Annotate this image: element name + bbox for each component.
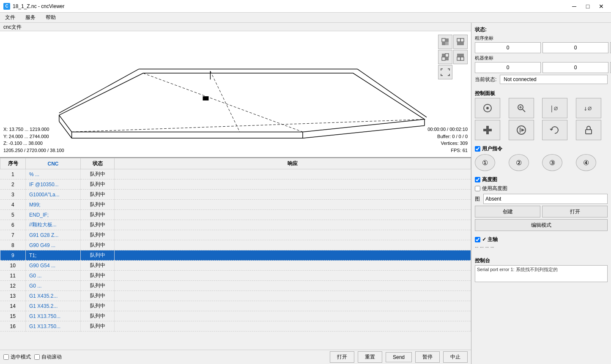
select-mode-checkbox-label[interactable]: 选中模式: [3, 353, 31, 361]
cnc-3d-view: [0, 31, 471, 157]
auto-scroll-checkbox[interactable]: [34, 354, 40, 360]
user-cmd-1-button[interactable]: ①: [475, 154, 495, 171]
table-row[interactable]: 5END_IF;队列中: [0, 210, 471, 220]
heightmap-checkbox[interactable]: [475, 177, 480, 182]
table-row[interactable]: 2IF @10350...队列中: [0, 179, 471, 190]
menu-service[interactable]: 服务: [24, 13, 37, 22]
user-cmd-2-button[interactable]: ②: [509, 154, 529, 171]
use-heightmap-row: 使用高度图: [475, 185, 608, 192]
maximize-button[interactable]: □: [581, 2, 594, 11]
svg-rect-28: [457, 54, 460, 57]
table-row[interactable]: 10G90 G54 ...队列中: [0, 261, 471, 271]
svg-text:|∅: |∅: [550, 104, 558, 112]
spindle-slider-row: ··· ··· ··· ···: [475, 245, 608, 250]
svg-rect-18: [442, 42, 445, 45]
fps-info: FPS: 61: [427, 147, 468, 154]
buffer-info: Buffer: 0 / 0 / 0: [427, 133, 468, 140]
program-coord-x[interactable]: [475, 42, 541, 53]
menu-file[interactable]: 文件: [3, 13, 17, 22]
stop-button[interactable]: 中止: [443, 351, 468, 363]
cell-response: [115, 301, 471, 311]
cell-cnc: G1 X13.750...: [26, 311, 81, 321]
user-cmd-title: 用户指令: [475, 145, 608, 152]
left-panel: cnc文件: [0, 23, 471, 364]
reset-button[interactable]: 重置: [358, 351, 382, 363]
cell-response: [115, 169, 471, 179]
ctrl-zero-button[interactable]: |∅: [542, 98, 567, 118]
viewer-controls: [438, 35, 468, 79]
viewer-info-left: X: 13.750 ... 1219.000 Y: 24.000 ... 274…: [3, 126, 64, 154]
cell-status: 队列中: [81, 321, 115, 331]
table-row[interactable]: 7G91 G28 Z...队列中: [0, 230, 471, 240]
heightmap-field-input[interactable]: [483, 194, 608, 204]
view-side-button[interactable]: [438, 50, 452, 64]
table-row[interactable]: 1% ...队列中: [0, 169, 471, 179]
table-row[interactable]: 11G0 ...队列中: [0, 271, 471, 281]
right-panel: 状态: 程序坐标 机器坐标 当前状态: Not connected: [471, 23, 611, 364]
user-cmd-4-button[interactable]: ④: [576, 154, 596, 171]
auto-scroll-checkbox-label[interactable]: 自动滚动: [34, 353, 62, 361]
ctrl-home-button[interactable]: [475, 98, 500, 118]
cell-status: 队列中: [81, 311, 115, 321]
user-cmd-3-button[interactable]: ③: [542, 154, 562, 171]
ctrl-cross-button[interactable]: [475, 120, 500, 140]
spindle-mark-4: ···: [490, 245, 494, 250]
cell-response: [115, 321, 471, 331]
cell-seq: 1: [0, 169, 26, 179]
edit-mode-button[interactable]: 编辑模式: [475, 219, 608, 231]
ctrl-run-button[interactable]: [509, 120, 534, 140]
table-row[interactable]: 14G1 X435.2...队列中: [0, 301, 471, 311]
cell-response: [115, 179, 471, 190]
close-button[interactable]: ✕: [595, 2, 608, 11]
console-area: Serial port error 1: 系统找不到列指定的: [475, 265, 608, 282]
select-mode-checkbox[interactable]: [3, 354, 9, 360]
table-row[interactable]: 15G1 X13.750...队列中: [0, 311, 471, 321]
cell-cnc: END_IF;: [26, 210, 81, 220]
svg-line-35: [523, 109, 525, 112]
open-button[interactable]: 打开: [330, 351, 354, 363]
current-state-value: Not connected: [500, 75, 608, 84]
menu-help[interactable]: 帮助: [44, 13, 58, 22]
machine-coord-y[interactable]: [543, 62, 608, 73]
pause-button[interactable]: 暂停: [415, 351, 440, 363]
machine-coord-x[interactable]: [475, 62, 541, 73]
table-row[interactable]: 4M99;队列中: [0, 200, 471, 210]
svg-rect-25: [445, 54, 449, 57]
table-row[interactable]: 16G1 X13.750...队列中: [0, 321, 471, 331]
cell-response: [115, 271, 471, 281]
send-button[interactable]: Send: [386, 352, 412, 362]
table-row[interactable]: 9T1;队列中: [0, 250, 471, 261]
view-top-button[interactable]: [453, 35, 468, 49]
cell-response: [115, 311, 471, 321]
ctrl-reset-button[interactable]: [542, 120, 567, 140]
menu-bar: 文件 服务 帮助: [0, 13, 611, 23]
cell-cnc: IF @10350...: [26, 179, 81, 190]
ctrl-lock-button[interactable]: [576, 120, 601, 140]
view-3d-button[interactable]: [438, 35, 452, 49]
position: 1205.250 / 2720.000 / 38.100: [3, 147, 64, 154]
ctrl-zero2-button[interactable]: ↓∅: [576, 98, 601, 118]
cell-cnc: G1 X435.2...: [26, 301, 81, 311]
table-row[interactable]: 8G90 G49 ...队列中: [0, 240, 471, 250]
create-heightmap-button[interactable]: 创建: [475, 206, 540, 217]
ctrl-zoom-button[interactable]: [509, 98, 534, 118]
table-row[interactable]: 3G1000A"La...队列中: [0, 190, 471, 200]
user-cmd-checkbox[interactable]: [475, 146, 480, 152]
table-scroll[interactable]: 序号 CNC 状态 响应 1% ...队列中2IF @10350...队列中3G…: [0, 158, 471, 350]
table-row[interactable]: 13G1 X435.2...队列中: [0, 291, 471, 301]
minimize-button[interactable]: ─: [568, 2, 581, 11]
program-coord-y[interactable]: [543, 42, 608, 53]
heightmap-section: 高度图 使用高度图 图 创建 打开 编辑模式: [475, 176, 608, 231]
spindle-checkbox[interactable]: [475, 237, 480, 242]
open-heightmap-button[interactable]: 打开: [542, 206, 608, 217]
view-front-button[interactable]: [453, 50, 468, 64]
cell-seq: 16: [0, 321, 26, 331]
cell-status: 队列中: [81, 240, 115, 250]
table-row[interactable]: 6//颗粒大板...队列中: [0, 220, 471, 230]
table-row[interactable]: 12G0 ...队列中: [0, 281, 471, 291]
cell-seq: 15: [0, 311, 26, 321]
use-heightmap-checkbox[interactable]: [475, 186, 480, 191]
view-fit-button[interactable]: [438, 65, 452, 79]
cell-response: [115, 190, 471, 200]
main-layout: cnc文件: [0, 23, 611, 364]
